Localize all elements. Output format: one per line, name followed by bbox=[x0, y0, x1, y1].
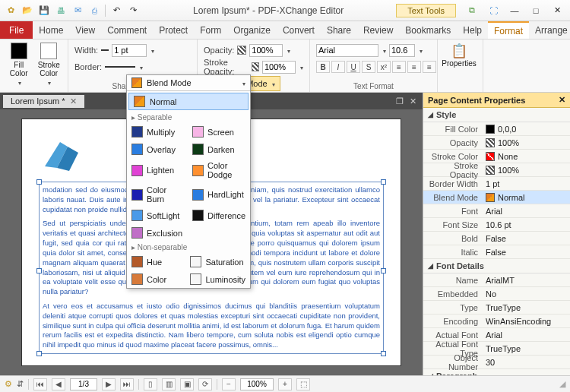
blend-item-darken[interactable]: Darken bbox=[188, 141, 250, 158]
close-properties-icon[interactable]: ✕ bbox=[559, 95, 565, 105]
superscript-button[interactable]: x² bbox=[377, 61, 391, 73]
props-row[interactable]: EmbeddedNo bbox=[423, 287, 570, 301]
selection-handle[interactable] bbox=[36, 351, 42, 356]
print-icon[interactable]: 🖶 bbox=[53, 3, 68, 18]
layout-single-button[interactable]: ▯ bbox=[144, 378, 157, 390]
blend-item-screen[interactable]: Screen bbox=[188, 123, 250, 141]
selection-handle[interactable] bbox=[36, 179, 42, 185]
fill-color-button[interactable]: Fill Color bbox=[6, 43, 32, 87]
stroke-opacity-input[interactable] bbox=[262, 61, 296, 74]
blend-item-softlight[interactable]: SoftLight bbox=[127, 207, 188, 224]
props-row[interactable]: Border Width1 pt bbox=[423, 177, 570, 191]
blend-item-multiply[interactable]: Multiply bbox=[127, 123, 188, 141]
resize-grip-icon[interactable]: ◢ bbox=[559, 379, 565, 389]
props-row[interactable]: Stroke Opacity100% bbox=[423, 163, 570, 177]
scan-icon[interactable]: ⎙ bbox=[87, 3, 102, 18]
blend-item-color-dodge[interactable]: Color Dodge bbox=[188, 158, 250, 182]
prev-page-button[interactable]: ◀ bbox=[52, 378, 65, 390]
menu-tab-comment[interactable]: Comment bbox=[101, 21, 153, 39]
document-tab[interactable]: Lorem Ipsum *✕ bbox=[3, 95, 84, 108]
blend-item-exclusion[interactable]: Exclusion bbox=[127, 224, 188, 242]
selection-handle[interactable] bbox=[381, 351, 386, 356]
stroke-color-button[interactable]: Stroke Color bbox=[36, 43, 62, 87]
file-tab[interactable]: File bbox=[0, 21, 33, 39]
menu-tab-review[interactable]: Review bbox=[357, 21, 399, 39]
menu-tab-organize[interactable]: Organize bbox=[227, 21, 277, 39]
props-row[interactable]: FontArial bbox=[423, 204, 570, 218]
layout-continuous-button[interactable]: ▥ bbox=[162, 378, 176, 390]
props-row[interactable]: TypeTrueType bbox=[423, 301, 570, 315]
blend-item-lighten[interactable]: Lighten bbox=[127, 158, 188, 182]
props-row[interactable]: NameArialMT bbox=[423, 273, 570, 287]
zoom-input[interactable] bbox=[240, 378, 274, 390]
menu-tab-arrange[interactable]: Arrange bbox=[529, 21, 570, 39]
menu-tab-protect[interactable]: Protect bbox=[153, 21, 194, 39]
redo-icon[interactable]: ↷ bbox=[125, 3, 141, 18]
blend-item-color-burn[interactable]: Color Burn bbox=[127, 182, 188, 207]
menu-tab-format[interactable]: Format bbox=[488, 21, 529, 39]
chevron-down-icon[interactable] bbox=[286, 46, 290, 55]
opacity-input[interactable] bbox=[249, 44, 283, 57]
zoom-out-button[interactable]: − bbox=[222, 378, 236, 390]
maximize-button[interactable]: □ bbox=[526, 3, 546, 18]
chevron-down-icon[interactable] bbox=[418, 46, 423, 55]
app-menu-icon[interactable]: ✿ bbox=[3, 3, 18, 18]
ui-options-icon[interactable]: ⧉ bbox=[462, 3, 482, 18]
close-button[interactable]: ✕ bbox=[547, 3, 567, 18]
blend-item-normal[interactable]: Normal bbox=[128, 93, 249, 110]
props-row[interactable]: Blend ModeNormal bbox=[423, 191, 570, 204]
first-page-button[interactable]: ⏮ bbox=[33, 378, 47, 390]
restore-pane-icon[interactable]: ❐ bbox=[393, 96, 407, 106]
zoom-fit-button[interactable]: ⬚ bbox=[296, 378, 310, 390]
email-icon[interactable]: ✉ bbox=[70, 3, 85, 18]
open-icon[interactable]: 📂 bbox=[20, 3, 35, 18]
italic-button[interactable]: I bbox=[331, 61, 345, 73]
blend-item-overlay[interactable]: Overlay bbox=[127, 141, 188, 158]
props-row[interactable]: Font Size10.6 pt bbox=[423, 218, 570, 232]
launch-icon[interactable]: ⛶ bbox=[483, 3, 503, 18]
strike-button[interactable]: S bbox=[362, 61, 375, 73]
props-row[interactable]: Object Number30 bbox=[423, 356, 570, 369]
expand-icon[interactable]: ⇵ bbox=[17, 379, 24, 389]
align-center-button[interactable]: ≡ bbox=[407, 61, 421, 73]
blend-item-difference[interactable]: Difference bbox=[188, 207, 250, 224]
menu-tab-convert[interactable]: Convert bbox=[277, 21, 321, 39]
props-row[interactable]: Opacity100% bbox=[423, 136, 570, 150]
menu-tab-bookmarks[interactable]: Bookmarks bbox=[399, 21, 457, 39]
blend-item-saturation[interactable]: Saturation bbox=[185, 253, 250, 270]
chevron-down-icon[interactable] bbox=[382, 46, 386, 55]
align-left-button[interactable]: ≡ bbox=[392, 61, 406, 73]
menu-tab-form[interactable]: Form bbox=[194, 21, 227, 39]
props-row[interactable]: BoldFalse bbox=[423, 232, 570, 245]
font-size-input[interactable] bbox=[389, 44, 415, 57]
font-name-input[interactable] bbox=[316, 44, 378, 57]
menu-tab-view[interactable]: View bbox=[69, 21, 101, 39]
rotate-button[interactable]: ⟳ bbox=[198, 378, 212, 390]
next-page-button[interactable]: ▶ bbox=[102, 378, 116, 390]
properties-button[interactable]: 📋 Properties bbox=[444, 43, 474, 68]
minimize-button[interactable]: — bbox=[505, 3, 524, 18]
chevron-down-icon[interactable] bbox=[299, 62, 303, 71]
props-section[interactable]: ◢Style bbox=[423, 108, 570, 122]
chevron-down-icon[interactable] bbox=[138, 62, 143, 71]
undo-icon[interactable]: ↶ bbox=[109, 3, 124, 18]
selection-handle[interactable] bbox=[36, 268, 42, 273]
blend-item-hardlight[interactable]: HardLight bbox=[188, 182, 250, 207]
align-right-button[interactable]: ≡ bbox=[423, 61, 436, 73]
save-icon[interactable]: 💾 bbox=[36, 3, 52, 18]
options-icon[interactable]: ⚙ bbox=[5, 379, 12, 389]
props-row[interactable]: ItalicFalse bbox=[423, 245, 570, 259]
selection-handle[interactable] bbox=[381, 268, 386, 273]
close-tab-icon[interactable]: ✕ bbox=[70, 96, 77, 106]
selection-handle[interactable] bbox=[381, 179, 386, 185]
zoom-in-button[interactable]: + bbox=[278, 378, 292, 390]
last-page-button[interactable]: ⏭ bbox=[120, 378, 134, 390]
menu-tab-share[interactable]: Share bbox=[321, 21, 357, 39]
menu-tab-help[interactable]: Help bbox=[457, 21, 488, 39]
props-row[interactable]: Fill Color0,0,0 bbox=[423, 122, 570, 136]
chevron-down-icon[interactable] bbox=[150, 46, 154, 55]
props-row[interactable]: EncodingWinAnsiEncoding bbox=[423, 315, 570, 328]
bold-button[interactable]: B bbox=[316, 61, 330, 73]
underline-button[interactable]: U bbox=[347, 61, 360, 73]
close-pane-icon[interactable]: ✕ bbox=[407, 96, 420, 106]
